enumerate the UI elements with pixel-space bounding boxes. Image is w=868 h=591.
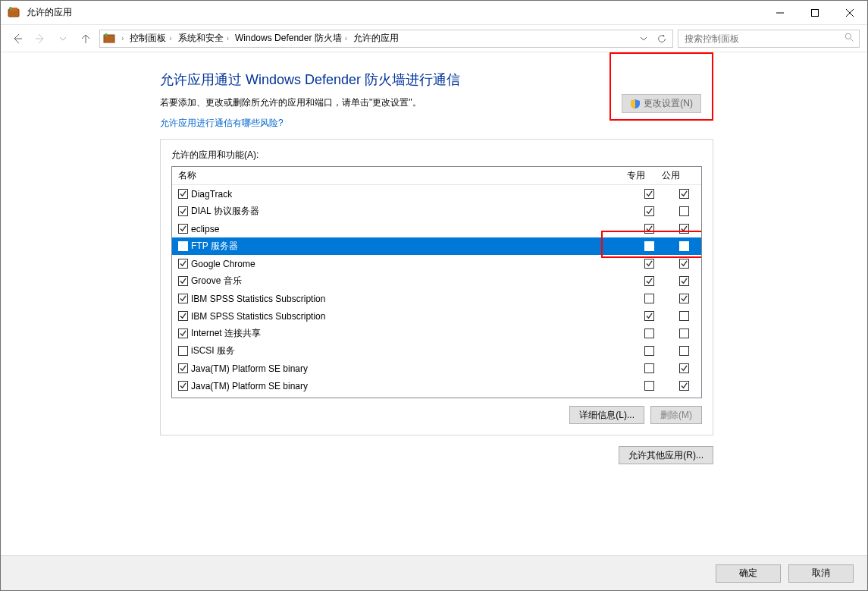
dialog-footer: 确定 取消 xyxy=(1,555,867,590)
cancel-button[interactable]: 取消 xyxy=(788,564,854,583)
forward-button[interactable] xyxy=(31,30,49,48)
minimize-button[interactable] xyxy=(763,2,797,24)
shield-icon xyxy=(630,99,641,109)
app-enabled-checkbox[interactable] xyxy=(178,259,188,269)
svg-point-12 xyxy=(845,33,851,39)
app-name-label: Java(TM) Platform SE binary xyxy=(191,381,308,391)
private-checkbox[interactable] xyxy=(644,363,654,373)
private-checkbox[interactable] xyxy=(644,294,654,303)
details-button[interactable]: 详细信息(L)... xyxy=(569,406,644,424)
app-name-label: FTP 服务器 xyxy=(191,240,238,253)
app-enabled-checkbox[interactable] xyxy=(178,189,188,199)
public-checkbox[interactable] xyxy=(679,311,689,321)
app-name-label: IBM SPSS Statistics Subscription xyxy=(191,311,325,322)
app-enabled-checkbox[interactable] xyxy=(178,329,188,338)
up-button[interactable] xyxy=(77,30,95,48)
app-enabled-checkbox[interactable] xyxy=(178,311,188,321)
table-row[interactable]: iSCSI 服务 xyxy=(172,342,701,360)
list-body[interactable]: DiagTrackDIAL 协议服务器eclipseFTP 服务器Google … xyxy=(172,185,701,398)
app-name-label: DiagTrack xyxy=(191,189,232,200)
private-checkbox[interactable] xyxy=(644,206,654,216)
app-enabled-checkbox[interactable] xyxy=(178,346,188,356)
public-checkbox[interactable] xyxy=(679,259,689,269)
private-checkbox[interactable] xyxy=(644,189,654,199)
table-row[interactable]: IBM SPSS Statistics Subscription xyxy=(172,290,701,307)
table-row[interactable]: DIAL 协议服务器 xyxy=(172,203,701,220)
table-row[interactable]: IBM SPSS Statistics Subscription xyxy=(172,307,701,325)
address-bar[interactable]: › 控制面板› 系统和安全› Windows Defender 防火墙› 允许的… xyxy=(99,30,673,48)
table-row[interactable]: Java(TM) Platform SE binary xyxy=(172,377,701,395)
refresh-button[interactable] xyxy=(654,31,669,46)
app-name-label: IBM SPSS Statistics Subscription xyxy=(191,294,325,304)
app-enabled-checkbox[interactable] xyxy=(178,381,188,391)
address-dropdown-icon[interactable] xyxy=(636,31,651,46)
public-checkbox[interactable] xyxy=(679,363,689,373)
risk-link[interactable]: 允许应用进行通信有哪些风险? xyxy=(160,117,284,130)
private-checkbox[interactable] xyxy=(644,276,654,286)
breadcrumb[interactable]: 控制面板› xyxy=(130,32,174,45)
ok-button[interactable]: 确定 xyxy=(716,564,781,583)
private-checkbox[interactable] xyxy=(644,241,654,251)
control-panel-icon xyxy=(103,33,115,45)
content-area: 允许应用通过 Windows Defender 防火墙进行通信 若要添加、更改或… xyxy=(1,52,867,555)
apps-listbox: 名称 专用 公用 DiagTrackDIAL 协议服务器eclipseFTP 服… xyxy=(171,166,702,398)
allowed-apps-group: 允许的应用和功能(A): 名称 专用 公用 DiagTrackDIAL 协议服务… xyxy=(160,139,713,435)
maximize-button[interactable] xyxy=(797,2,832,24)
private-checkbox[interactable] xyxy=(644,224,654,234)
svg-line-13 xyxy=(851,39,853,41)
table-row[interactable]: DiagTrack xyxy=(172,185,701,203)
public-checkbox[interactable] xyxy=(679,346,689,356)
breadcrumb[interactable]: 允许的应用 xyxy=(353,32,399,45)
allow-other-app-button[interactable]: 允许其他应用(R)... xyxy=(619,446,713,464)
app-name-label: iSCSI 服务 xyxy=(191,344,235,357)
search-input[interactable] xyxy=(683,33,844,45)
app-enabled-checkbox[interactable] xyxy=(178,224,188,234)
breadcrumb[interactable]: Windows Defender 防火墙› xyxy=(235,32,350,45)
app-enabled-checkbox[interactable] xyxy=(178,294,188,303)
table-row[interactable]: FTP 服务器 xyxy=(172,237,701,255)
app-enabled-checkbox[interactable] xyxy=(178,241,188,251)
public-checkbox[interactable] xyxy=(679,294,689,303)
table-row[interactable]: Java(TM) Platform SE binary xyxy=(172,360,701,377)
svg-point-2 xyxy=(9,7,12,10)
app-name-label: Groove 音乐 xyxy=(191,275,242,288)
titlebar: 允许的应用 xyxy=(1,1,867,25)
remove-button[interactable]: 删除(M) xyxy=(650,406,702,424)
table-row[interactable]: Groove 音乐 xyxy=(172,272,701,290)
private-checkbox[interactable] xyxy=(644,381,654,391)
svg-rect-4 xyxy=(812,9,819,16)
breadcrumb[interactable]: 系统和安全› xyxy=(178,32,232,45)
change-settings-button[interactable]: 更改设置(N) xyxy=(622,94,701,113)
public-checkbox[interactable] xyxy=(679,206,689,216)
app-enabled-checkbox[interactable] xyxy=(178,363,188,373)
back-button[interactable] xyxy=(8,30,27,48)
search-box[interactable] xyxy=(678,30,860,48)
recent-dropdown[interactable] xyxy=(54,30,72,48)
public-checkbox[interactable] xyxy=(679,241,689,251)
public-checkbox[interactable] xyxy=(679,224,689,234)
column-name[interactable]: 名称 xyxy=(172,169,619,182)
search-icon[interactable] xyxy=(844,33,854,45)
close-button[interactable] xyxy=(832,2,867,24)
public-checkbox[interactable] xyxy=(679,189,689,199)
navbar: › 控制面板› 系统和安全› Windows Defender 防火墙› 允许的… xyxy=(1,25,867,52)
public-checkbox[interactable] xyxy=(679,381,689,391)
public-checkbox[interactable] xyxy=(679,329,689,338)
public-checkbox[interactable] xyxy=(679,276,689,286)
private-checkbox[interactable] xyxy=(644,311,654,321)
table-row[interactable]: Internet 连接共享 xyxy=(172,325,701,342)
private-checkbox[interactable] xyxy=(644,259,654,269)
group-label: 允许的应用和功能(A): xyxy=(171,149,702,162)
column-public[interactable]: 公用 xyxy=(653,169,688,182)
window: 允许的应用 › 控制面板› 系统和安全› Windows Defender 防火… xyxy=(0,0,868,591)
private-checkbox[interactable] xyxy=(644,346,654,356)
table-row[interactable]: Google Chrome xyxy=(172,255,701,272)
svg-point-11 xyxy=(105,33,108,36)
app-enabled-checkbox[interactable] xyxy=(178,276,188,286)
table-row[interactable]: eclipse xyxy=(172,220,701,237)
app-enabled-checkbox[interactable] xyxy=(178,206,188,216)
column-private[interactable]: 专用 xyxy=(619,169,653,182)
private-checkbox[interactable] xyxy=(644,329,654,338)
annotation-highlight-1: 更改设置(N) xyxy=(609,52,713,121)
app-name-label: Google Chrome xyxy=(191,259,255,269)
